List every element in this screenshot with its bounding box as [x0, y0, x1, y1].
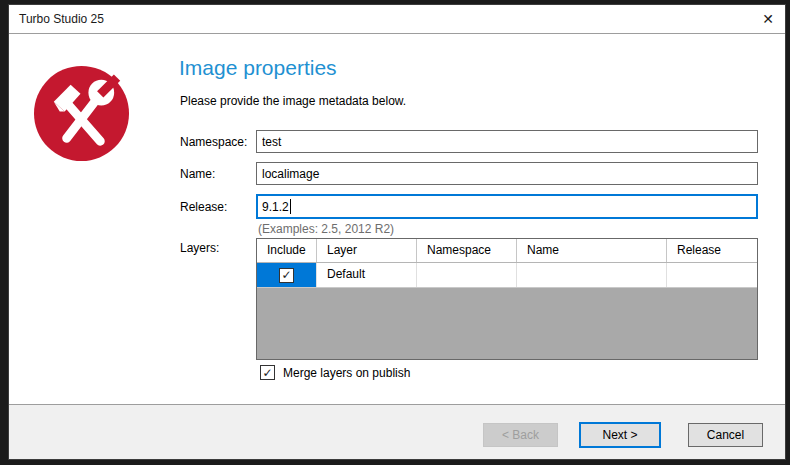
dialog-footer: < Back Next > Cancel — [9, 404, 785, 459]
merge-layers-checkbox[interactable]: ✓ — [260, 365, 275, 380]
tools-hammer-wrench-icon — [34, 66, 129, 161]
back-button: < Back — [483, 423, 558, 447]
layers-table-header: Include Layer Namespace Name Release — [257, 239, 757, 263]
column-header-namespace[interactable]: Namespace — [417, 239, 517, 262]
page-title: Image properties — [179, 56, 337, 80]
layer-cell[interactable]: Default — [317, 263, 417, 287]
title-bar: Turbo Studio 25 ✕ — [9, 5, 785, 34]
column-header-name[interactable]: Name — [517, 239, 667, 262]
include-cell: ✓ — [257, 263, 317, 287]
namespace-field[interactable] — [256, 130, 758, 153]
release-label: Release: — [180, 200, 227, 214]
layers-table: Include Layer Namespace Name Release ✓ D… — [256, 238, 758, 360]
text-caret — [290, 199, 291, 214]
window-title: Turbo Studio 25 — [9, 12, 751, 26]
include-checkbox[interactable]: ✓ — [279, 268, 294, 283]
merge-layers-option[interactable]: ✓ Merge layers on publish — [260, 365, 410, 380]
name-label: Name: — [180, 167, 215, 181]
namespace-label: Namespace: — [180, 135, 247, 149]
page-subtitle: Please provide the image metadata below. — [180, 94, 406, 108]
release-cell[interactable] — [667, 263, 757, 287]
release-field[interactable]: 9.1.2 — [256, 194, 758, 219]
checkmark-icon: ✓ — [281, 269, 291, 281]
column-header-include[interactable]: Include — [257, 239, 317, 262]
column-header-release[interactable]: Release — [667, 239, 757, 262]
name-field[interactable] — [256, 162, 758, 185]
table-row: ✓ Default — [257, 263, 757, 288]
name-cell[interactable] — [517, 263, 667, 287]
release-field-value: 9.1.2 — [262, 200, 289, 214]
layers-label: Layers: — [180, 241, 219, 255]
wizard-dialog: Turbo Studio 25 ✕ Image properties Pleas… — [8, 4, 786, 460]
namespace-cell[interactable] — [417, 263, 517, 287]
next-button[interactable]: Next > — [579, 422, 661, 448]
checkmark-icon: ✓ — [262, 367, 272, 379]
cancel-button[interactable]: Cancel — [688, 423, 763, 447]
merge-layers-label: Merge layers on publish — [283, 366, 410, 380]
close-icon[interactable]: ✕ — [751, 5, 785, 33]
release-hint: (Examples: 2.5, 2012 R2) — [258, 222, 394, 236]
column-header-layer[interactable]: Layer — [317, 239, 417, 262]
